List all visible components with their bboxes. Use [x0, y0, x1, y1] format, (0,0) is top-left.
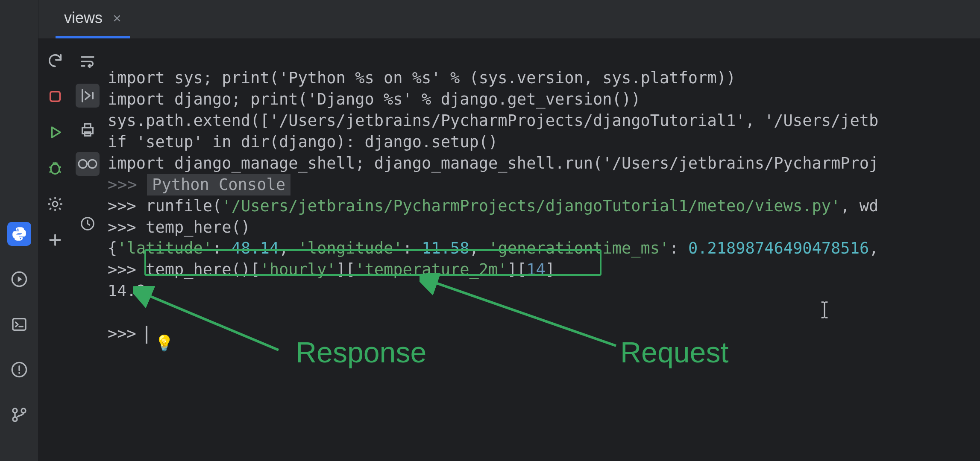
console-run-toolbar: [38, 38, 72, 461]
bug-icon: [47, 160, 64, 177]
svg-rect-10: [85, 124, 91, 128]
code-call: temp_here(): [146, 218, 250, 236]
python-console-tool-button[interactable]: [7, 222, 31, 246]
text-caret: [146, 326, 147, 344]
clock-icon: [79, 216, 96, 232]
output-value: 14.9: [108, 282, 146, 300]
number-literal: 11.58: [422, 239, 469, 257]
number-literal: 48.14: [232, 239, 279, 257]
run-button[interactable]: [46, 123, 65, 142]
python-icon: [11, 226, 27, 242]
annotation-arrow-request: [420, 273, 633, 359]
tab-label: views: [64, 9, 103, 27]
rerun-icon: [47, 52, 64, 69]
print-button[interactable]: [76, 118, 100, 142]
terminal-tool-button[interactable]: [7, 312, 31, 336]
console-line: import sys; print('Python %s on %s' % (s…: [108, 69, 736, 87]
svg-point-4: [21, 408, 26, 413]
number-literal: 0.21898746490478516: [688, 239, 869, 257]
gear-icon: [47, 195, 64, 213]
settings-button[interactable]: [46, 195, 65, 213]
svg-point-5: [13, 417, 17, 421]
string-literal: 'hourly': [260, 260, 336, 279]
new-console-button[interactable]: [46, 230, 65, 249]
tab-views[interactable]: views ×: [56, 1, 130, 38]
code-text: ]: [546, 260, 555, 279]
code-text: ][: [336, 260, 355, 279]
string-literal: '/Users/jetbrains/PycharmProjects/django…: [222, 197, 840, 215]
svg-rect-6: [50, 92, 60, 102]
show-variables-button[interactable]: [76, 152, 100, 176]
play-circle-icon: [11, 271, 28, 288]
git-branch-icon: [11, 406, 28, 423]
tab-bar: views ×: [38, 0, 980, 38]
annotation-request-label: Request: [620, 333, 728, 372]
svg-rect-1: [13, 319, 26, 330]
stop-icon: [48, 89, 62, 104]
number-literal: 14: [526, 260, 546, 279]
code-call: temp_here()[: [146, 260, 260, 279]
problems-tool-button[interactable]: [7, 358, 31, 382]
prompt-marker: >>>: [108, 175, 138, 194]
plus-icon: [47, 232, 63, 248]
play-icon: [47, 125, 63, 140]
terminal-icon: [11, 316, 28, 333]
close-icon[interactable]: ×: [113, 10, 121, 26]
prompt: >>>: [108, 218, 136, 236]
svg-point-7: [51, 164, 59, 174]
vcs-tool-button[interactable]: [7, 403, 31, 427]
scroll-end-icon: [79, 87, 97, 105]
svg-line-16: [432, 282, 616, 346]
code-call: runfile(: [146, 197, 222, 215]
console-view-toolbar: [72, 38, 103, 461]
debug-button[interactable]: [46, 159, 65, 178]
python-console-output[interactable]: import sys; print('Python %s on %s' % (s…: [103, 38, 980, 461]
ibeam-cursor-icon: [757, 277, 830, 348]
warning-icon: [11, 361, 28, 378]
annotation-response-label: Response: [296, 333, 426, 372]
content-area: import sys; print('Python %s on %s' % (s…: [38, 38, 980, 461]
soft-wrap-icon: [79, 53, 97, 70]
string-literal: 'longitude': [298, 239, 403, 257]
svg-point-8: [53, 201, 58, 207]
string-literal: 'generationtime_ms': [488, 239, 669, 257]
string-literal: 'temperature_2m': [355, 260, 507, 279]
svg-point-12: [79, 160, 87, 168]
svg-point-13: [88, 160, 97, 168]
scroll-to-end-button[interactable]: [76, 84, 100, 108]
console-label: Python Console: [147, 174, 290, 195]
prompt: >>>: [108, 260, 136, 279]
console-line: import django_manage_shell; django_manag…: [108, 154, 878, 172]
history-button[interactable]: [76, 212, 100, 236]
left-rail: [0, 0, 38, 461]
console-line: sys.path.extend(['/Users/jetbrains/Pycha…: [108, 111, 878, 130]
code-text: , wd: [840, 197, 878, 215]
output-text: {: [108, 239, 117, 257]
code-text: ][: [508, 260, 527, 279]
prompt: >>>: [108, 197, 136, 215]
intention-bulb-icon[interactable]: 💡: [155, 333, 174, 354]
glasses-icon: [77, 157, 98, 171]
prompt: >>>: [108, 324, 136, 343]
run-tool-button[interactable]: [7, 267, 31, 291]
string-literal: 'latitude': [117, 239, 212, 257]
rerun-button[interactable]: [46, 51, 65, 70]
console-line: if 'setup' in dir(django): django.setup(…: [108, 133, 498, 151]
print-icon: [79, 121, 97, 139]
soft-wrap-button[interactable]: [76, 50, 100, 73]
stop-button[interactable]: [46, 87, 65, 106]
svg-point-3: [13, 408, 17, 413]
console-line: import django; print('Django %s' % djang…: [108, 90, 640, 108]
